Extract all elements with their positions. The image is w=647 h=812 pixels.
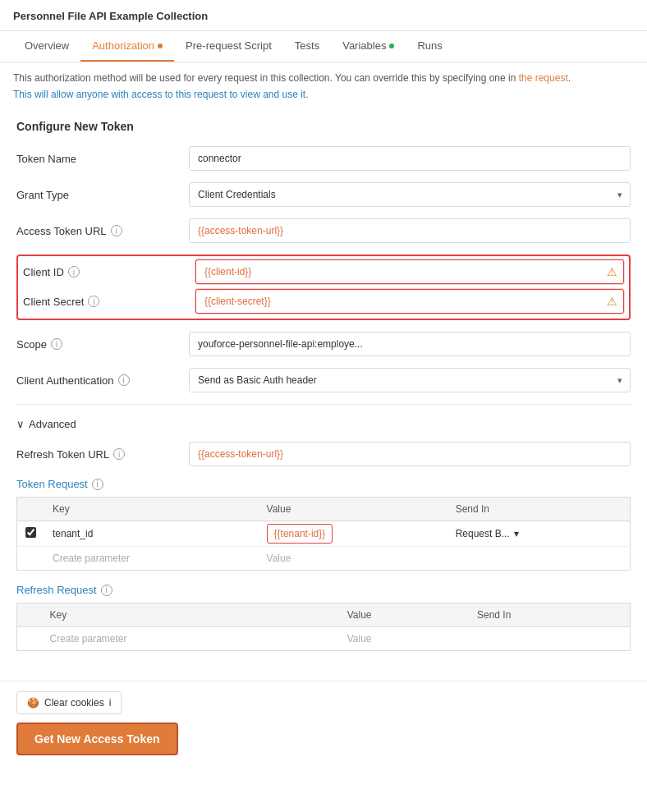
- tenant-id-checkbox-cell: [17, 521, 45, 547]
- client-auth-select[interactable]: Send as Basic Auth header Send as Body: [189, 368, 631, 392]
- client-secret-info-icon[interactable]: i: [88, 296, 99, 307]
- info-sub: This will allow anyone with access to th…: [0, 89, 647, 108]
- grant-type-select[interactable]: Client Credentials Authorization Code Im…: [189, 182, 631, 207]
- token-request-header-row: Key Value Send In: [17, 498, 631, 521]
- client-secret-label: Client Secret i: [23, 296, 187, 308]
- tenant-id-key-cell: tenant_id: [44, 521, 259, 547]
- tab-tests[interactable]: Tests: [283, 31, 331, 62]
- token-name-row: Token Name: [16, 146, 631, 171]
- client-secret-warning-icon: ⚠: [607, 295, 617, 308]
- refresh-request-header-row: Key Value Send In: [17, 603, 631, 627]
- divider-1: [16, 404, 631, 405]
- token-request-create-value[interactable]: Value: [259, 547, 447, 571]
- refresh-sendin-col: Send In: [469, 603, 631, 627]
- refresh-value-col: Value: [339, 603, 469, 627]
- tab-variables[interactable]: Variables: [331, 31, 406, 62]
- client-id-row: Client ID i ⚠: [23, 259, 624, 284]
- tab-authorization[interactable]: Authorization: [80, 31, 174, 62]
- tenant-id-sendin-cell: Request B... ▾: [447, 521, 631, 547]
- access-token-url-label: Access Token URL i: [16, 225, 181, 237]
- variables-dot: [389, 44, 394, 48]
- token-request-value-col: Value: [259, 498, 447, 521]
- get-new-access-token-button[interactable]: Get New Access Token: [16, 723, 178, 755]
- refresh-token-url-label: Refresh Token URL i: [16, 448, 181, 461]
- scope-label: Scope i: [16, 338, 181, 351]
- refresh-token-url-input[interactable]: [189, 442, 631, 466]
- grant-type-label: Grant Type: [16, 189, 181, 201]
- client-secret-row: Client Secret i ⚠: [23, 289, 624, 314]
- main-content: Configure New Token Token Name Grant Typ…: [0, 108, 647, 681]
- tenant-id-value-cell: {{tenant-id}}: [259, 521, 447, 547]
- collection-title: Personnel File API Example Collection: [0, 0, 647, 31]
- refresh-token-url-info-icon[interactable]: i: [113, 448, 125, 460]
- info-banner: This authorization method will be used f…: [0, 62, 647, 89]
- footer-actions: 🍪 Clear cookies i Get New Access Token: [0, 681, 647, 772]
- tabs-bar: Overview Authorization Pre-request Scrip…: [0, 31, 647, 62]
- advanced-chevron-icon: ∨: [16, 418, 25, 430]
- tab-pre-request-script[interactable]: Pre-request Script: [174, 31, 283, 62]
- request-link[interactable]: the request: [519, 72, 568, 84]
- token-request-create-row: Create parameter Value: [17, 547, 631, 571]
- refresh-token-url-row: Refresh Token URL i: [16, 442, 631, 466]
- client-id-label: Client ID i: [23, 266, 187, 278]
- authorization-dot: [158, 44, 163, 48]
- refresh-key-col: Key: [42, 603, 339, 627]
- client-auth-row: Client Authentication i Send as Basic Au…: [16, 368, 631, 392]
- refresh-create-value[interactable]: Value: [339, 627, 469, 651]
- configure-section-title: Configure New Token: [16, 120, 631, 133]
- client-id-input-wrapper: ⚠: [195, 259, 624, 284]
- tenant-id-checkbox[interactable]: [25, 527, 36, 538]
- sendin-chevron-icon: ▾: [514, 528, 519, 539]
- token-name-input[interactable]: [189, 146, 631, 171]
- token-request-check-col: [17, 498, 45, 521]
- token-request-section: Token Request i Key Value Send In: [16, 478, 631, 571]
- tenant-id-value[interactable]: {{tenant-id}}: [267, 524, 333, 544]
- access-token-url-input[interactable]: [189, 218, 631, 243]
- refresh-request-table: Key Value Send In Create parameter: [16, 603, 631, 651]
- scope-info-icon[interactable]: i: [51, 338, 62, 350]
- clear-cookies-button[interactable]: 🍪 Clear cookies i: [16, 691, 122, 714]
- scope-input[interactable]: [189, 332, 631, 356]
- refresh-request-create-row: Create parameter Value: [17, 627, 631, 651]
- cookie-icon: 🍪: [27, 697, 39, 709]
- access-token-url-info-icon[interactable]: i: [111, 225, 122, 236]
- client-auth-select-wrapper: Send as Basic Auth header Send as Body ▾: [189, 368, 631, 392]
- scope-row: Scope i: [16, 332, 631, 356]
- token-request-key-col: Key: [44, 498, 259, 521]
- grant-type-row: Grant Type Client Credentials Authorizat…: [16, 182, 631, 207]
- token-name-label: Token Name: [16, 153, 181, 165]
- tab-overview[interactable]: Overview: [13, 31, 80, 62]
- grant-type-select-wrapper: Client Credentials Authorization Code Im…: [189, 182, 631, 207]
- advanced-toggle[interactable]: ∨ Advanced: [16, 418, 631, 430]
- clear-cookies-info-icon[interactable]: i: [109, 697, 112, 709]
- client-auth-label: Client Authentication i: [16, 374, 181, 387]
- tenant-id-sendin-select[interactable]: Request B... ▾: [456, 528, 622, 539]
- table-row: tenant_id {{tenant-id}} Request B... ▾: [17, 521, 631, 547]
- token-request-label: Token Request i: [16, 478, 631, 490]
- token-request-info-icon[interactable]: i: [92, 479, 103, 490]
- client-auth-info-icon[interactable]: i: [118, 374, 130, 386]
- refresh-request-label: Refresh Request i: [16, 584, 631, 596]
- refresh-check-col: [17, 603, 42, 627]
- tab-runs[interactable]: Runs: [406, 31, 453, 62]
- refresh-request-section: Refresh Request i Key Value Send In: [16, 584, 631, 651]
- client-id-info-icon[interactable]: i: [68, 266, 80, 278]
- token-request-sendin-col: Send In: [447, 498, 631, 521]
- token-request-create-key[interactable]: Create parameter: [44, 547, 259, 571]
- client-secret-input-wrapper: ⚠: [195, 289, 624, 314]
- client-id-input[interactable]: [195, 259, 624, 284]
- access-token-url-row: Access Token URL i: [16, 218, 631, 243]
- client-id-warning-icon: ⚠: [607, 265, 617, 278]
- token-request-table: Key Value Send In tenant_id: [16, 497, 631, 571]
- refresh-create-key[interactable]: Create parameter: [42, 627, 339, 651]
- refresh-request-info-icon[interactable]: i: [101, 585, 112, 596]
- credentials-highlighted-group: Client ID i ⚠ Client Secret i ⚠: [16, 255, 631, 320]
- client-secret-input[interactable]: [195, 289, 624, 314]
